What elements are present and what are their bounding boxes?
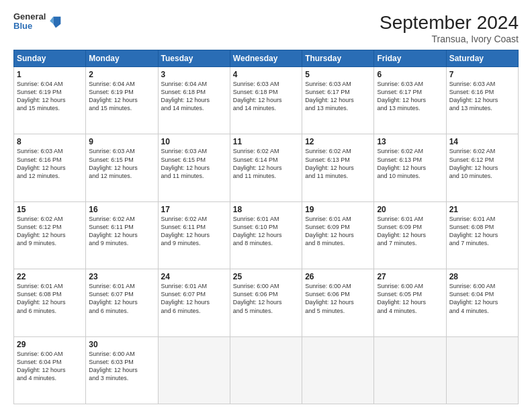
day-info: Sunrise: 6:03 AMSunset: 6:17 PMDaylight:… — [377, 80, 443, 113]
day-cell: 16Sunrise: 6:02 AMSunset: 6:11 PMDayligh… — [86, 201, 158, 269]
day-info: Sunrise: 6:00 AMSunset: 6:04 PMDaylight:… — [449, 282, 515, 315]
day-number: 5 — [305, 70, 371, 79]
column-header-thursday: Thursday — [302, 50, 374, 67]
day-cell: 11Sunrise: 6:02 AMSunset: 6:14 PMDayligh… — [230, 134, 302, 201]
page: General Blue September 2024 Transua, Ivo… — [0, 0, 532, 411]
svg-marker-1 — [50, 17, 54, 24]
day-cell — [446, 336, 518, 404]
day-cell: 7Sunrise: 6:03 AMSunset: 6:16 PMDaylight… — [446, 67, 518, 134]
day-number: 14 — [449, 137, 515, 146]
day-cell: 5Sunrise: 6:03 AMSunset: 6:17 PMDaylight… — [302, 67, 374, 134]
day-info: Sunrise: 6:02 AMSunset: 6:14 PMDaylight:… — [233, 147, 299, 180]
day-cell: 24Sunrise: 6:01 AMSunset: 6:07 PMDayligh… — [158, 269, 230, 336]
day-cell: 30Sunrise: 6:00 AMSunset: 6:03 PMDayligh… — [86, 336, 158, 404]
day-number: 10 — [161, 137, 227, 146]
day-cell: 6Sunrise: 6:03 AMSunset: 6:17 PMDaylight… — [374, 67, 446, 134]
column-header-sunday: Sunday — [14, 50, 86, 67]
day-info: Sunrise: 6:00 AMSunset: 6:06 PMDaylight:… — [305, 282, 371, 315]
day-cell — [374, 336, 446, 404]
page-title: September 2024 — [380, 12, 519, 34]
day-number: 3 — [161, 70, 227, 79]
day-number: 15 — [17, 205, 83, 214]
day-number: 1 — [17, 70, 83, 79]
day-info: Sunrise: 6:04 AMSunset: 6:18 PMDaylight:… — [161, 80, 227, 113]
week-row: 1Sunrise: 6:04 AMSunset: 6:19 PMDaylight… — [14, 67, 519, 134]
header-row: SundayMondayTuesdayWednesdayThursdayFrid… — [14, 50, 519, 67]
week-row: 22Sunrise: 6:01 AMSunset: 6:08 PMDayligh… — [14, 269, 519, 336]
column-header-tuesday: Tuesday — [158, 50, 230, 67]
day-cell: 29Sunrise: 6:00 AMSunset: 6:04 PMDayligh… — [14, 336, 86, 404]
day-number: 27 — [377, 272, 443, 281]
day-info: Sunrise: 6:02 AMSunset: 6:11 PMDaylight:… — [89, 215, 154, 248]
day-cell — [158, 336, 230, 404]
day-cell: 27Sunrise: 6:00 AMSunset: 6:05 PMDayligh… — [374, 269, 446, 336]
day-info: Sunrise: 6:03 AMSunset: 6:16 PMDaylight:… — [17, 147, 83, 180]
day-cell: 9Sunrise: 6:03 AMSunset: 6:15 PMDaylight… — [86, 134, 158, 201]
day-info: Sunrise: 6:00 AMSunset: 6:04 PMDaylight:… — [17, 350, 83, 383]
day-info: Sunrise: 6:00 AMSunset: 6:06 PMDaylight:… — [233, 282, 299, 315]
day-info: Sunrise: 6:02 AMSunset: 6:11 PMDaylight:… — [161, 215, 227, 248]
day-cell: 19Sunrise: 6:01 AMSunset: 6:09 PMDayligh… — [302, 201, 374, 269]
logo-general: General — [13, 12, 46, 21]
day-number: 17 — [161, 205, 227, 214]
day-cell: 1Sunrise: 6:04 AMSunset: 6:19 PMDaylight… — [14, 67, 86, 134]
day-number: 7 — [449, 70, 515, 79]
day-info: Sunrise: 6:01 AMSunset: 6:07 PMDaylight:… — [89, 282, 154, 315]
day-info: Sunrise: 6:03 AMSunset: 6:18 PMDaylight:… — [233, 80, 299, 113]
day-info: Sunrise: 6:02 AMSunset: 6:12 PMDaylight:… — [17, 215, 83, 248]
column-header-wednesday: Wednesday — [230, 50, 302, 67]
day-cell: 28Sunrise: 6:00 AMSunset: 6:04 PMDayligh… — [446, 269, 518, 336]
day-number: 18 — [233, 205, 299, 214]
day-cell: 22Sunrise: 6:01 AMSunset: 6:08 PMDayligh… — [14, 269, 86, 336]
day-number: 12 — [305, 137, 371, 146]
day-cell — [302, 336, 374, 404]
day-cell: 3Sunrise: 6:04 AMSunset: 6:18 PMDaylight… — [158, 67, 230, 134]
day-number: 25 — [233, 272, 299, 281]
day-info: Sunrise: 6:01 AMSunset: 6:08 PMDaylight:… — [17, 282, 83, 315]
day-info: Sunrise: 6:02 AMSunset: 6:13 PMDaylight:… — [377, 147, 443, 180]
logo-text: General Blue — [13, 12, 46, 32]
day-number: 20 — [377, 205, 443, 214]
day-info: Sunrise: 6:01 AMSunset: 6:09 PMDaylight:… — [305, 215, 371, 248]
day-cell: 26Sunrise: 6:00 AMSunset: 6:06 PMDayligh… — [302, 269, 374, 336]
day-cell: 10Sunrise: 6:03 AMSunset: 6:15 PMDayligh… — [158, 134, 230, 201]
day-info: Sunrise: 6:03 AMSunset: 6:16 PMDaylight:… — [449, 80, 515, 113]
day-number: 23 — [89, 272, 154, 281]
header: General Blue September 2024 Transua, Ivo… — [13, 12, 519, 44]
week-row: 15Sunrise: 6:02 AMSunset: 6:12 PMDayligh… — [14, 201, 519, 269]
day-cell: 14Sunrise: 6:02 AMSunset: 6:12 PMDayligh… — [446, 134, 518, 201]
day-number: 13 — [377, 137, 443, 146]
svg-marker-0 — [54, 17, 61, 28]
day-number: 19 — [305, 205, 371, 214]
column-header-saturday: Saturday — [446, 50, 518, 67]
day-number: 29 — [17, 340, 83, 349]
day-cell: 8Sunrise: 6:03 AMSunset: 6:16 PMDaylight… — [14, 134, 86, 201]
day-cell — [230, 336, 302, 404]
day-cell: 2Sunrise: 6:04 AMSunset: 6:19 PMDaylight… — [86, 67, 158, 134]
day-info: Sunrise: 6:01 AMSunset: 6:07 PMDaylight:… — [161, 282, 227, 315]
day-info: Sunrise: 6:02 AMSunset: 6:13 PMDaylight:… — [305, 147, 371, 180]
day-info: Sunrise: 6:01 AMSunset: 6:10 PMDaylight:… — [233, 215, 299, 248]
page-subtitle: Transua, Ivory Coast — [380, 34, 519, 44]
calendar-table: SundayMondayTuesdayWednesdayThursdayFrid… — [13, 50, 519, 404]
day-number: 6 — [377, 70, 443, 79]
day-info: Sunrise: 6:02 AMSunset: 6:12 PMDaylight:… — [449, 147, 515, 180]
week-row: 29Sunrise: 6:00 AMSunset: 6:04 PMDayligh… — [14, 336, 519, 404]
column-header-friday: Friday — [374, 50, 446, 67]
day-number: 16 — [89, 205, 154, 214]
day-info: Sunrise: 6:04 AMSunset: 6:19 PMDaylight:… — [89, 80, 154, 113]
day-number: 21 — [449, 205, 515, 214]
day-cell: 23Sunrise: 6:01 AMSunset: 6:07 PMDayligh… — [86, 269, 158, 336]
day-cell: 4Sunrise: 6:03 AMSunset: 6:18 PMDaylight… — [230, 67, 302, 134]
day-cell: 25Sunrise: 6:00 AMSunset: 6:06 PMDayligh… — [230, 269, 302, 336]
day-cell: 15Sunrise: 6:02 AMSunset: 6:12 PMDayligh… — [14, 201, 86, 269]
day-cell: 12Sunrise: 6:02 AMSunset: 6:13 PMDayligh… — [302, 134, 374, 201]
day-number: 30 — [89, 340, 154, 349]
logo-icon — [48, 14, 63, 29]
day-number: 28 — [449, 272, 515, 281]
day-cell: 20Sunrise: 6:01 AMSunset: 6:09 PMDayligh… — [374, 201, 446, 269]
day-cell: 18Sunrise: 6:01 AMSunset: 6:10 PMDayligh… — [230, 201, 302, 269]
day-info: Sunrise: 6:00 AMSunset: 6:05 PMDaylight:… — [377, 282, 443, 315]
day-info: Sunrise: 6:01 AMSunset: 6:08 PMDaylight:… — [449, 215, 515, 248]
day-number: 24 — [161, 272, 227, 281]
